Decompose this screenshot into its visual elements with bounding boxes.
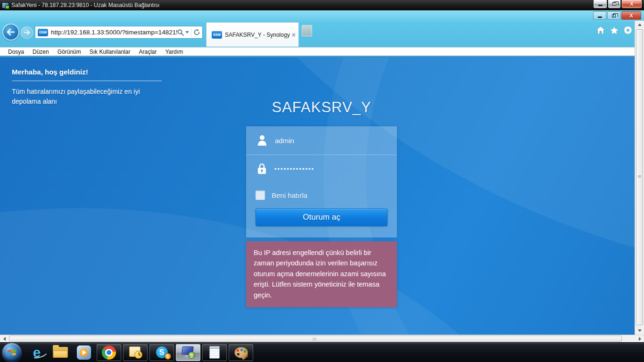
address-url[interactable]: http://192.168.1.33:5000/?timestamp=1482… bbox=[51, 29, 177, 36]
menu-underline bbox=[0, 56, 644, 58]
outlook-icon bbox=[128, 346, 142, 359]
menu-item-duzen[interactable]: Düzen bbox=[28, 48, 53, 56]
skype-notification-badge: 1 bbox=[165, 353, 171, 360]
taskbar-item-remote-desktop[interactable] bbox=[176, 344, 200, 361]
browser-restore-button[interactable] bbox=[607, 11, 620, 20]
login-column: SAFAKSRV_Y admin •••••• bbox=[246, 58, 397, 307]
dsm-login-page: Merhaba, hoş geldiniz! Tüm hatıralarımız… bbox=[0, 58, 644, 335]
rdp-window-title: SafakYeni - 78.187.28.23:9810 - Uzak Mas… bbox=[11, 2, 159, 8]
scrollbar-grip bbox=[313, 337, 317, 341]
rdp-titlebar: SafakYeni - 78.187.28.23:9810 - Uzak Mas… bbox=[0, 0, 644, 10]
welcome-divider bbox=[12, 81, 162, 81]
tab-title: SAFAKSRV_Y - Synology Dis... bbox=[225, 32, 290, 38]
server-name: SAFAKSRV_Y bbox=[246, 99, 397, 116]
welcome-block: Merhaba, hoş geldiniz! Tüm hatıralarımız… bbox=[12, 68, 172, 107]
taskbar-item-file-explorer[interactable] bbox=[50, 344, 70, 362]
browser-tab[interactable]: DSM SAFAKSRV_Y - Synology Dis... × bbox=[206, 22, 299, 47]
tab-favicon: DSM bbox=[212, 31, 222, 39]
taskbar-item-notepad[interactable] bbox=[202, 344, 227, 361]
remember-me-checkbox[interactable] bbox=[256, 190, 265, 200]
forward-button[interactable] bbox=[21, 26, 33, 39]
horizontal-scrollbar[interactable] bbox=[0, 335, 644, 342]
login-panel: admin ••••••••••••• Beni hatırla bbox=[246, 126, 397, 238]
rdp-app-icon bbox=[2, 2, 9, 8]
address-bar[interactable]: DSM http://192.168.1.33:5000/?timestamp=… bbox=[35, 26, 203, 39]
remember-me-row[interactable]: Beni hatırla bbox=[246, 183, 397, 207]
remote-desktop-screen: SafakYeni - 78.187.28.23:9810 - Uzak Mas… bbox=[0, 0, 644, 362]
remote-desktop-icon bbox=[181, 346, 195, 359]
start-button[interactable] bbox=[2, 343, 21, 362]
notepad-icon bbox=[209, 346, 220, 359]
menu-item-yardim[interactable]: Yardım bbox=[161, 48, 187, 56]
remember-me-label: Beni hatırla bbox=[272, 191, 307, 199]
new-tab-button[interactable] bbox=[302, 25, 312, 36]
search-icon[interactable] bbox=[177, 29, 184, 36]
login-error-message: Bu IP adresi engellendi çünkü belirli bi… bbox=[246, 241, 397, 307]
vertical-scrollbar[interactable] bbox=[635, 21, 644, 335]
browser-menu-bar: Dosya Düzen Görünüm Sık Kullanılanlar Ar… bbox=[0, 47, 644, 56]
taskbar-item-skype[interactable]: S 1 bbox=[149, 344, 174, 361]
scroll-right-button[interactable] bbox=[636, 335, 644, 343]
browser-minimize-button[interactable] bbox=[593, 11, 606, 20]
username-value[interactable]: admin bbox=[275, 137, 294, 145]
welcome-title: Merhaba, hoş geldiniz! bbox=[12, 68, 172, 76]
password-field[interactable]: ••••••••••••• bbox=[246, 155, 397, 183]
password-value[interactable]: ••••••••••••• bbox=[274, 165, 314, 173]
media-player-icon bbox=[77, 346, 91, 360]
welcome-subtitle: Tüm hatıralarımızı paylaşabileceğimiz en… bbox=[12, 87, 167, 107]
lock-icon bbox=[257, 163, 267, 175]
forward-arrow-icon bbox=[24, 30, 30, 35]
menu-item-dosya[interactable]: Dosya bbox=[4, 48, 28, 56]
scrollbar-grip bbox=[638, 175, 641, 178]
vertical-scrollbar-thumb[interactable] bbox=[636, 29, 643, 325]
internet-explorer-icon: e bbox=[33, 346, 41, 360]
scroll-down-button[interactable] bbox=[635, 327, 644, 335]
menu-item-sik-kullanilanlar[interactable]: Sık Kullanılanlar bbox=[85, 48, 135, 56]
paint-icon bbox=[234, 347, 248, 358]
taskbar-item-media-player[interactable] bbox=[74, 344, 94, 362]
tools-gear-icon[interactable] bbox=[623, 25, 633, 35]
address-favicon: DSM bbox=[38, 29, 48, 36]
taskbar-item-chrome[interactable] bbox=[97, 344, 121, 361]
login-button[interactable]: Oturum aç bbox=[256, 208, 388, 226]
taskbar-item-outlook[interactable] bbox=[123, 344, 148, 361]
windows-logo-icon bbox=[7, 348, 17, 357]
rdp-restore-button[interactable] bbox=[608, 0, 621, 8]
tab-close-icon[interactable]: × bbox=[292, 32, 296, 38]
scroll-up-button[interactable] bbox=[635, 21, 644, 29]
back-arrow-icon bbox=[7, 29, 15, 35]
scroll-left-button[interactable] bbox=[0, 335, 8, 343]
horizontal-scrollbar-thumb[interactable] bbox=[9, 336, 622, 342]
favorites-star-icon[interactable] bbox=[610, 26, 619, 35]
rdp-close-button[interactable]: X bbox=[621, 0, 642, 8]
username-field[interactable]: admin bbox=[246, 126, 397, 155]
search-dropdown-caret[interactable] bbox=[185, 31, 189, 33]
chrome-icon bbox=[102, 346, 116, 360]
home-icon[interactable] bbox=[596, 26, 605, 34]
rdp-minimize-button[interactable] bbox=[593, 0, 607, 8]
user-icon bbox=[257, 135, 267, 146]
taskbar-item-internet-explorer[interactable]: e bbox=[27, 344, 47, 362]
taskbar: e S 1 bbox=[0, 342, 644, 362]
refresh-icon[interactable] bbox=[193, 29, 200, 36]
menu-item-araclar[interactable]: Araçlar bbox=[134, 48, 161, 56]
folder-icon bbox=[53, 347, 68, 358]
menu-item-gorunum[interactable]: Görünüm bbox=[53, 48, 85, 56]
browser-nav-row: DSM http://192.168.1.33:5000/?timestamp=… bbox=[0, 22, 644, 47]
browser-chrome: X DSM http://192.168.1.33:5000/?timestam… bbox=[0, 10, 644, 47]
browser-close-button[interactable]: X bbox=[621, 11, 641, 20]
taskbar-item-paint[interactable] bbox=[229, 344, 253, 361]
back-button[interactable] bbox=[2, 24, 19, 41]
